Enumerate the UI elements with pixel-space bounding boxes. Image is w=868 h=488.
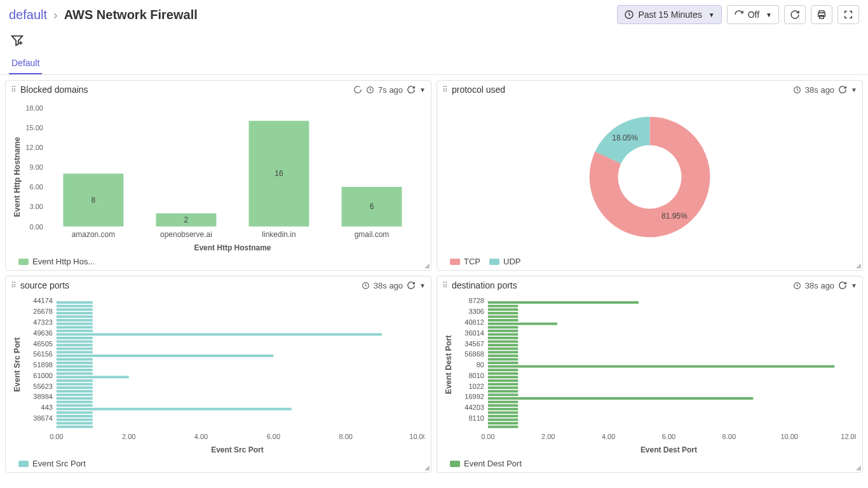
drag-handle-icon[interactable]: ⠿: [442, 85, 448, 94]
top-controls: Past 15 Minutes ▼ Off ▼: [617, 5, 859, 24]
add-filter-button[interactable]: [9, 32, 25, 48]
svg-rect-130: [488, 390, 518, 393]
panel-age: 38s ago: [805, 85, 834, 95]
chevron-right-icon: ›: [53, 8, 58, 22]
fullscreen-button[interactable]: [837, 5, 859, 24]
svg-text:55623: 55623: [33, 382, 53, 390]
caret-down-icon[interactable]: ▼: [851, 282, 857, 289]
panel-title: protocol used: [452, 85, 505, 95]
svg-text:51898: 51898: [33, 361, 53, 369]
svg-rect-138: [488, 411, 518, 414]
svg-text:4.00: 4.00: [602, 433, 615, 440]
svg-text:Event Dest Port: Event Dest Port: [444, 336, 453, 395]
svg-text:56156: 56156: [33, 350, 53, 358]
drag-handle-icon[interactable]: ⠿: [11, 281, 17, 290]
svg-text:8.00: 8.00: [339, 433, 353, 440]
svg-text:10.00: 10.00: [409, 433, 424, 440]
legend-swatch: [489, 259, 499, 265]
svg-text:443: 443: [41, 403, 53, 411]
breadcrumb-root[interactable]: default: [9, 8, 47, 22]
refresh-icon[interactable]: [838, 281, 847, 290]
svg-text:3306: 3306: [468, 308, 484, 315]
svg-text:18.05%: 18.05%: [612, 133, 638, 142]
svg-rect-57: [57, 351, 93, 353]
panel-source-ports: ⠿ source ports 38s ago ▼ 0.002.004.006.0…: [5, 276, 431, 473]
svg-rect-134: [488, 401, 518, 403]
svg-rect-81: [57, 415, 93, 417]
svg-rect-115: [488, 351, 518, 353]
clock-icon: [366, 86, 374, 94]
svg-rect-68: [57, 379, 93, 382]
legend-swatch: [450, 461, 460, 467]
svg-rect-143: [488, 426, 518, 428]
caret-down-icon[interactable]: ▼: [851, 86, 857, 93]
svg-rect-116: [488, 355, 518, 357]
svg-rect-114: [488, 348, 518, 350]
svg-rect-69: [57, 383, 93, 386]
time-range-picker[interactable]: Past 15 Minutes ▼: [617, 5, 721, 24]
resize-handle[interactable]: ◢: [856, 464, 861, 471]
svg-text:8.00: 8.00: [722, 433, 736, 440]
svg-text:12.00: 12.00: [841, 433, 856, 440]
svg-text:47323: 47323: [33, 318, 53, 326]
panel-destination-ports: ⠿ destination ports 38s ago ▼ 0.002.004.…: [437, 276, 863, 473]
svg-rect-48: [57, 326, 93, 329]
auto-refresh-picker[interactable]: Off ▼: [727, 5, 779, 24]
svg-rect-102: [488, 315, 518, 318]
resize-handle[interactable]: ◢: [856, 262, 861, 269]
svg-text:10.00: 10.00: [780, 433, 797, 440]
svg-rect-100: [488, 312, 518, 315]
svg-text:0.00: 0.00: [30, 222, 43, 230]
panel-protocol-used: ⠿ protocol used 38s ago ▼ 81.95%18.05% T…: [437, 80, 863, 271]
svg-rect-110: [488, 337, 518, 339]
resize-handle[interactable]: ◢: [424, 262, 430, 269]
refresh-icon[interactable]: [838, 85, 847, 94]
svg-text:38674: 38674: [33, 414, 53, 422]
svg-rect-140: [488, 419, 518, 421]
svg-rect-72: [57, 390, 93, 393]
svg-text:Event Http Hostname: Event Http Hostname: [194, 243, 271, 252]
svg-text:Event Src Port: Event Src Port: [211, 445, 263, 454]
legend-item-udp[interactable]: UDP: [489, 257, 520, 266]
resize-handle[interactable]: ◢: [424, 464, 430, 471]
legend-item-tcp[interactable]: TCP: [450, 257, 480, 266]
legend-item[interactable]: Event Dest Port: [450, 459, 522, 468]
svg-rect-123: [488, 372, 518, 375]
svg-rect-111: [488, 341, 518, 343]
dashboard-grid: ⠿ Blocked domains 7s ago ▼ 0.003.006.009…: [0, 75, 868, 478]
svg-rect-38: [57, 301, 93, 304]
refresh-icon[interactable]: [407, 281, 416, 290]
svg-rect-107: [488, 330, 518, 332]
refresh-icon[interactable]: [407, 85, 416, 94]
panel-title: destination ports: [452, 280, 517, 290]
drag-handle-icon[interactable]: ⠿: [442, 281, 448, 290]
legend-item[interactable]: Event Http Hos...: [18, 257, 95, 266]
legend-label: Event Http Hos...: [32, 257, 95, 266]
manual-refresh-button[interactable]: [784, 5, 806, 24]
drag-handle-icon[interactable]: ⠿: [11, 85, 17, 94]
legend-swatch: [18, 259, 29, 265]
caret-down-icon[interactable]: ▼: [419, 282, 426, 289]
svg-text:6.00: 6.00: [267, 433, 280, 440]
loading-icon: [353, 85, 362, 94]
svg-text:8728: 8728: [468, 297, 484, 304]
svg-rect-96: [488, 301, 639, 304]
svg-rect-98: [488, 305, 518, 308]
svg-text:8110: 8110: [468, 414, 484, 422]
svg-rect-46: [57, 323, 93, 325]
clock-icon: [624, 10, 634, 20]
svg-rect-103: [488, 319, 518, 322]
svg-text:Event Src Port: Event Src Port: [13, 337, 22, 392]
svg-rect-54: [57, 344, 93, 346]
caret-down-icon[interactable]: ▼: [419, 86, 426, 93]
svg-rect-77: [57, 404, 93, 407]
svg-text:38984: 38984: [33, 393, 53, 400]
svg-text:16992: 16992: [465, 393, 484, 400]
legend-item[interactable]: Event Src Port: [18, 459, 86, 468]
svg-rect-128: [488, 386, 518, 389]
tab-default[interactable]: Default: [9, 53, 42, 74]
legend-label: UDP: [503, 257, 520, 266]
panel-blocked-domains: ⠿ Blocked domains 7s ago ▼ 0.003.006.009…: [5, 80, 431, 271]
print-button[interactable]: [811, 5, 832, 24]
legend-swatch: [18, 461, 29, 467]
